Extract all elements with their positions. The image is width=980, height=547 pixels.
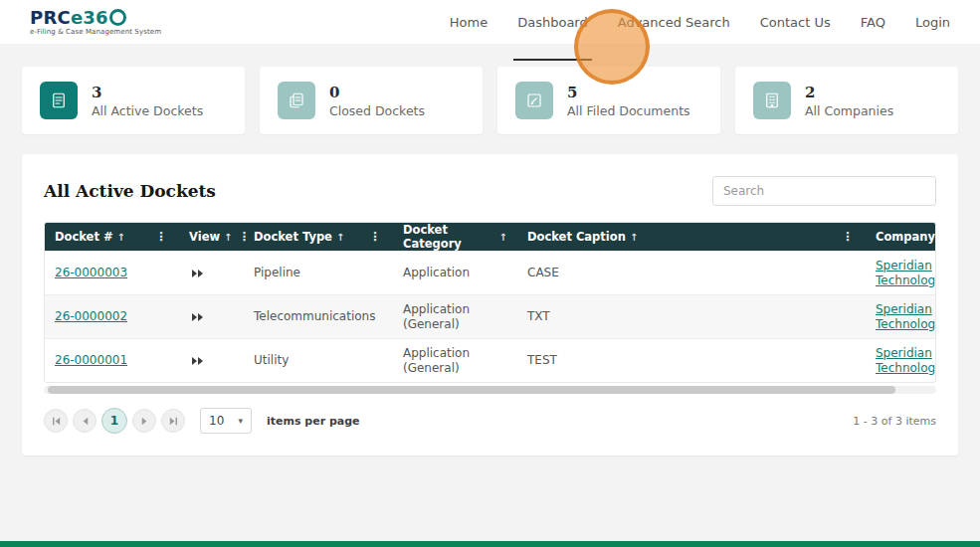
cell-docket-number: 26-0000002 xyxy=(45,295,179,338)
cell-docket-type: Pipeline xyxy=(244,252,393,294)
column-menu-icon[interactable]: ⋮ xyxy=(840,230,856,244)
table-row: 26-0000002 Telecommunications Applicatio… xyxy=(45,294,936,338)
first-page-button[interactable] xyxy=(44,409,68,433)
chevron-down-icon: ▾ xyxy=(238,416,243,426)
companies-icon xyxy=(753,82,791,119)
logo-brand-prefix: PRC xyxy=(30,9,71,27)
sort-asc-icon[interactable]: ↑ xyxy=(336,232,344,243)
company-link[interactable]: Speridian Technologies xyxy=(876,302,936,331)
panel-header: All Active Dockets xyxy=(44,176,936,206)
horizontal-scrollbar-thumb[interactable] xyxy=(48,386,895,394)
active-dockets-panel: All Active Dockets Docket # ↑ ⋮ View ↑ ⋮… xyxy=(22,154,958,456)
view-docket-icon[interactable] xyxy=(189,267,207,280)
stat-text: 3 All Active Dockets xyxy=(92,84,203,118)
cell-company: Speridian Technologies xyxy=(866,295,936,338)
main-nav: Home Dashboard Advanced Search Contact U… xyxy=(450,11,950,34)
docket-number-link[interactable]: 26-0000002 xyxy=(55,309,127,323)
cell-docket-category: Application (General) xyxy=(393,295,517,338)
page-size-select[interactable]: 10 ▾ xyxy=(200,408,252,434)
column-label: Company xyxy=(876,230,935,244)
docket-number-link[interactable]: 26-0000001 xyxy=(55,353,127,367)
cell-company: Speridian Technologies xyxy=(866,252,936,294)
cell-view xyxy=(179,339,244,382)
sort-asc-icon[interactable]: ↑ xyxy=(499,232,507,243)
stat-value-closed-dockets: 0 xyxy=(329,84,425,101)
column-label: View xyxy=(189,230,220,244)
cell-docket-number: 26-0000003 xyxy=(45,252,179,294)
column-label: Docket Category xyxy=(403,223,495,251)
page-size-value: 10 xyxy=(209,414,224,428)
stat-text: 2 All Companies xyxy=(805,84,893,118)
cell-view xyxy=(179,295,244,338)
next-page-button[interactable] xyxy=(132,409,156,433)
nav-item-advanced-search[interactable]: Advanced Search xyxy=(618,11,730,34)
closed-dockets-icon xyxy=(278,82,315,119)
active-dockets-icon xyxy=(40,82,78,119)
search-input[interactable] xyxy=(712,176,936,206)
cell-docket-category: Application (General) xyxy=(393,339,517,382)
cell-docket-number: 26-0000001 xyxy=(45,339,179,382)
column-label: Docket # xyxy=(55,230,113,244)
stat-label-companies: All Companies xyxy=(805,103,893,118)
stat-card-companies[interactable]: 2 All Companies xyxy=(735,67,958,134)
filed-documents-icon xyxy=(515,82,553,119)
table-header-row: Docket # ↑ ⋮ View ↑ ⋮ Docket Type ↑ ⋮ Do… xyxy=(45,223,936,251)
cell-docket-type: Telecommunications xyxy=(244,295,393,338)
pagination-bar: 1 10 ▾ items per page 1 - 3 of 3 items xyxy=(44,408,936,434)
nav-item-login[interactable]: Login xyxy=(915,11,950,34)
last-page-button[interactable] xyxy=(161,409,185,433)
stat-label-closed-dockets: Closed Dockets xyxy=(329,103,425,118)
cell-company: Speridian Technologies xyxy=(866,339,936,382)
horizontal-scrollbar-track[interactable] xyxy=(44,386,936,394)
items-per-page-label: items per page xyxy=(267,415,360,428)
column-menu-icon[interactable]: ⋮ xyxy=(153,230,169,244)
stat-value-filed-documents: 5 xyxy=(567,84,690,101)
stat-card-closed-dockets[interactable]: 0 Closed Dockets xyxy=(260,67,483,134)
stat-text: 5 All Filed Documents xyxy=(567,84,690,118)
sort-asc-icon[interactable]: ↑ xyxy=(224,232,232,243)
column-header-view[interactable]: View ↑ ⋮ xyxy=(179,223,244,251)
view-docket-icon[interactable] xyxy=(189,310,207,324)
stat-card-active-dockets[interactable]: 3 All Active Dockets xyxy=(22,67,245,134)
cell-docket-caption: CASE xyxy=(517,252,866,294)
view-docket-icon[interactable] xyxy=(189,354,207,368)
stat-value-companies: 2 xyxy=(805,84,893,101)
column-header-docket-type[interactable]: Docket Type ↑ ⋮ xyxy=(244,223,393,251)
table-row: 26-0000001 Utility Application (General)… xyxy=(45,338,936,382)
column-header-docket-caption[interactable]: Docket Caption ↑ ⋮ xyxy=(517,223,866,251)
column-label: Docket Type xyxy=(254,230,332,244)
stat-card-filed-documents[interactable]: 5 All Filed Documents xyxy=(497,67,720,134)
docket-number-link[interactable]: 26-0000003 xyxy=(55,266,127,279)
nav-item-faq[interactable]: FAQ xyxy=(861,11,885,34)
previous-page-button[interactable] xyxy=(73,409,97,433)
stat-label-filed-documents: All Filed Documents xyxy=(567,103,690,118)
sort-asc-icon[interactable]: ↑ xyxy=(630,232,638,243)
sort-asc-icon[interactable]: ↑ xyxy=(117,232,125,243)
footer-accent-bar xyxy=(0,541,980,547)
column-header-company[interactable]: Company xyxy=(866,223,936,251)
app-logo[interactable]: PRC e36 e-Filing & Case Management Syste… xyxy=(30,9,161,36)
nav-item-dashboard[interactable]: Dashboard xyxy=(517,11,588,34)
nav-item-contact-us[interactable]: Contact Us xyxy=(760,11,831,34)
top-navigation-bar: PRC e36 e-Filing & Case Management Syste… xyxy=(0,0,980,45)
stat-text: 0 Closed Dockets xyxy=(329,84,425,118)
column-menu-icon[interactable]: ⋮ xyxy=(367,230,383,244)
cell-docket-caption: TEST xyxy=(517,339,866,382)
cell-docket-type: Utility xyxy=(244,339,393,382)
logo-magnifier-ring-icon xyxy=(109,9,126,26)
column-header-docket-number[interactable]: Docket # ↑ ⋮ xyxy=(45,223,179,251)
logo-brand-suffix: e36 xyxy=(71,9,108,27)
column-label: Docket Caption xyxy=(527,230,626,244)
stat-label-active-dockets: All Active Dockets xyxy=(92,103,203,118)
items-range-label: 1 - 3 of 3 items xyxy=(853,415,936,428)
column-header-docket-category[interactable]: Docket Category ↑ xyxy=(393,223,517,251)
current-page-indicator[interactable]: 1 xyxy=(101,408,127,434)
logo-text: PRC e36 xyxy=(30,9,161,27)
active-tab-underline xyxy=(513,59,592,61)
company-link[interactable]: Speridian Technologies xyxy=(876,259,936,287)
company-link[interactable]: Speridian Technologies xyxy=(876,346,936,375)
stats-row: 3 All Active Dockets 0 Closed Dockets 5 … xyxy=(22,67,958,134)
logo-tagline: e-Filing & Case Management System xyxy=(30,29,161,36)
nav-item-home[interactable]: Home xyxy=(450,11,488,34)
dockets-table-inner: Docket # ↑ ⋮ View ↑ ⋮ Docket Type ↑ ⋮ Do… xyxy=(45,223,936,382)
